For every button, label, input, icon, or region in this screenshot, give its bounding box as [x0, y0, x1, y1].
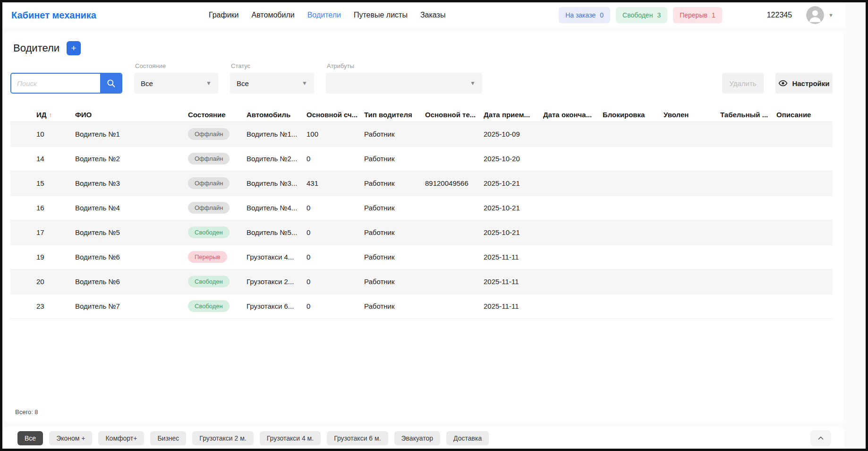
cell-hire-date: 2025-11-11	[484, 302, 543, 310]
cell-account: 0	[306, 253, 364, 261]
cell-phone: 89120049566	[425, 179, 484, 187]
tariff-chip[interactable]: Грузотакси 4 м.	[260, 431, 321, 445]
account-number: 122345	[767, 11, 792, 19]
nav-item-водители[interactable]: Водители	[307, 11, 341, 19]
cell-state: Свободен	[188, 300, 247, 312]
cell-hire-date: 2025-10-09	[484, 130, 543, 138]
filter-status-select[interactable]: Все ▼	[230, 73, 314, 94]
filter-row: Состояние Все ▼ Статус Все ▼ Атрибуты ▼	[10, 62, 833, 94]
tariff-chip[interactable]: Доставка	[446, 431, 489, 445]
cell-name: Водитель №6	[75, 278, 188, 286]
cell-id: 16	[36, 204, 75, 212]
column-header-label: Дата оконча...	[543, 111, 592, 119]
column-header[interactable]: Состояние	[188, 111, 247, 119]
counter-value: 3	[657, 11, 661, 19]
column-header-label: Описание	[776, 111, 811, 119]
table-row[interactable]: 16Водитель №4ОффлайнВодитель №4...0Работ…	[10, 196, 833, 220]
drivers-card: Водители + Состояние Все ▼	[4, 32, 844, 422]
column-header-label: Состояние	[188, 111, 226, 119]
tariff-chip[interactable]: Грузотакси 2 м.	[192, 431, 253, 445]
status-counter-badge[interactable]: Перерыв1	[673, 7, 722, 23]
column-header[interactable]: Основной те...	[425, 111, 484, 119]
column-header[interactable]: Тип водителя	[364, 111, 425, 119]
column-header[interactable]: Уволен	[664, 111, 720, 119]
filter-attributes-select[interactable]: ▼	[326, 73, 482, 94]
cell-state: Оффлайн	[188, 177, 247, 189]
column-header[interactable]: ФИО	[75, 111, 188, 119]
nav-item-автомобили[interactable]: Автомобили	[252, 11, 295, 19]
nav-item-путевые-листы[interactable]: Путевые листы	[354, 11, 408, 19]
state-badge: Оффлайн	[188, 128, 230, 140]
column-header[interactable]: Дата прием...	[484, 111, 543, 119]
table-row[interactable]: 19Водитель №6ПерерывГрузотакси 4...0Рабо…	[10, 245, 833, 269]
table-body: 10Водитель №1ОффлайнВодитель №1...100Раб…	[10, 122, 833, 319]
status-counter-badge[interactable]: На заказе0	[559, 7, 610, 23]
driver-status-counters: На заказе0Свободен3Перерыв1	[559, 7, 722, 23]
table-row[interactable]: 17Водитель №5СвободенВодитель №5...0Рабо…	[10, 220, 833, 245]
user-avatar[interactable]	[806, 6, 824, 24]
tariff-chip[interactable]: Бизнес	[150, 431, 186, 445]
chevron-up-icon	[817, 434, 825, 442]
tariff-chip[interactable]: Эвакуатор	[394, 431, 441, 445]
filter-state-value: Все	[141, 79, 153, 87]
column-header-label: Основной сч...	[306, 111, 357, 119]
counter-label: На заказе	[565, 11, 596, 19]
cell-state: Оффлайн	[188, 128, 247, 140]
cell-state: Оффлайн	[188, 153, 247, 165]
cell-driver-type: Работник	[364, 155, 425, 163]
nav-item-графики[interactable]: Графики	[209, 11, 239, 19]
cell-car: Водитель №5...	[247, 228, 306, 236]
settings-button-label: Настройки	[792, 79, 829, 87]
table-row[interactable]: 10Водитель №1ОффлайнВодитель №1...100Раб…	[10, 122, 833, 147]
tariff-chip[interactable]: Все	[17, 431, 43, 445]
column-header[interactable]: ИД↑	[36, 111, 75, 119]
column-header[interactable]: Описание	[776, 111, 828, 119]
nav-item-заказы[interactable]: Заказы	[420, 11, 445, 19]
cell-account: 0	[306, 228, 364, 236]
table-row[interactable]: 20Водитель №6СвободенГрузотакси 2...0Раб…	[10, 269, 833, 294]
filter-state-select[interactable]: Все ▼	[134, 73, 218, 94]
column-header[interactable]: Дата оконча...	[543, 111, 603, 119]
collapse-bar-button[interactable]	[810, 430, 831, 446]
table-row[interactable]: 15Водитель №3ОффлайнВодитель №3...431Раб…	[10, 171, 833, 196]
page: Кабинет механика ГрафикиАвтомобилиВодите…	[2, 2, 866, 449]
counter-value: 0	[600, 11, 604, 19]
tariff-chip[interactable]: Грузотакси 6 м.	[327, 431, 388, 445]
counter-label: Свободен	[622, 11, 653, 19]
tariff-chip[interactable]: Комфорт+	[98, 431, 144, 445]
column-header[interactable]: Табельный ...	[720, 111, 776, 119]
counter-label: Перерыв	[680, 11, 707, 19]
cell-car: Водитель №1...	[247, 130, 306, 138]
cell-driver-type: Работник	[364, 130, 425, 138]
column-header[interactable]: Основной сч...	[306, 111, 364, 119]
search-button[interactable]	[100, 74, 121, 93]
status-counter-badge[interactable]: Свободен3	[616, 7, 667, 23]
column-header[interactable]: Блокировка	[603, 111, 664, 119]
table-row[interactable]: 14Водитель №2ОффлайнВодитель №2...0Работ…	[10, 147, 833, 171]
delete-button[interactable]: Удалить	[722, 73, 764, 94]
column-header-label: ИД	[36, 111, 46, 119]
column-header-label: Тип водителя	[364, 111, 412, 119]
cell-state: Свободен	[188, 276, 247, 287]
table-row[interactable]: 23Водитель №7СвободенГрузотакси 6...0Раб…	[10, 294, 833, 319]
cell-id: 20	[36, 278, 75, 286]
settings-button[interactable]: Настройки	[775, 73, 833, 94]
cell-car: Водитель №2...	[247, 155, 306, 163]
state-badge: Оффлайн	[188, 202, 230, 214]
column-header-label: Дата прием...	[484, 111, 530, 119]
cell-id: 23	[36, 302, 75, 310]
tariff-chip[interactable]: Эконом +	[49, 431, 92, 445]
top-header: Кабинет механика ГрафикиАвтомобилиВодите…	[2, 2, 846, 28]
drivers-table: ИД↑ФИОСостояниеАвтомобильОсновной сч...Т…	[10, 108, 833, 319]
column-header-label: Основной те...	[425, 111, 476, 119]
add-driver-button[interactable]: +	[67, 41, 81, 55]
cell-name: Водитель №7	[75, 302, 188, 310]
column-header-label: Уволен	[664, 111, 689, 119]
title-row: Водители +	[10, 41, 833, 55]
column-header[interactable]: Автомобиль	[247, 111, 306, 119]
total-count-label: Всего: 8	[10, 408, 833, 418]
tariff-filter-bar: ВсеЭконом +Комфорт+БизнесГрузотакси 2 м.…	[2, 427, 844, 449]
cell-car: Грузотакси 6...	[247, 302, 306, 310]
search-input[interactable]	[11, 74, 100, 93]
account-menu-caret-icon[interactable]: ▼	[828, 12, 834, 18]
